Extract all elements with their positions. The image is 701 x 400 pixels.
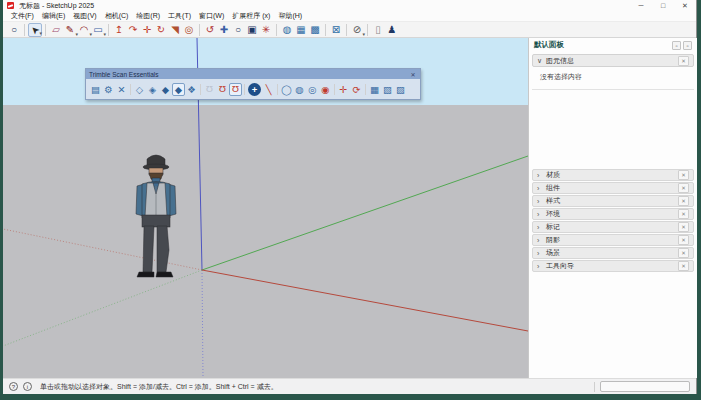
menu-item[interactable]: 相机(C): [101, 11, 133, 21]
zoom-window-tool[interactable]: ▣: [245, 23, 259, 37]
eraser-tool[interactable]: ▱: [49, 23, 63, 37]
no-tool[interactable]: ⊘ ▾: [350, 23, 364, 37]
inspect-auto-icon[interactable]: ◍: [293, 83, 306, 96]
tray-section-row[interactable]: › 标记 ✕: [532, 221, 694, 233]
draw-edge-icon[interactable]: ╲: [262, 83, 275, 96]
select-tool[interactable]: ➤ ▾: [28, 23, 42, 37]
menu-item[interactable]: 窗口(W): [195, 11, 228, 21]
move-tool[interactable]: ✛: [140, 23, 154, 37]
menu-item[interactable]: 绘图(R): [132, 11, 164, 21]
panel-close-button[interactable]: ▫: [683, 41, 692, 50]
tool-glyph: ○: [11, 23, 17, 37]
tray-section-row[interactable]: › 工具向导 ✕: [532, 260, 694, 272]
cloud-move-icon[interactable]: ✛: [337, 83, 350, 96]
scale-figure: [136, 155, 176, 277]
add-point-icon[interactable]: +: [248, 83, 261, 96]
point-cloud-hatch-icon[interactable]: ❖: [185, 83, 198, 96]
minimize-button[interactable]: ─: [630, 0, 652, 11]
report-layers-icon[interactable]: ▨: [394, 83, 407, 96]
toolbar-separator: [199, 24, 200, 36]
inspect-target-icon[interactable]: ◉: [319, 83, 332, 96]
tool-glyph: ❖: [187, 83, 196, 96]
snap-on-icon[interactable]: Ω: [216, 83, 229, 96]
entity-info-close-button[interactable]: ✕: [678, 56, 689, 66]
zoom-extents-tool[interactable]: ✳: [259, 23, 273, 37]
inspect-region-icon[interactable]: ◯: [280, 83, 293, 96]
tray-section-close-button[interactable]: ✕: [678, 248, 689, 258]
scan-cloud-tool[interactable]: ▩: [308, 23, 322, 37]
tray-section-close-button[interactable]: ✕: [678, 261, 689, 271]
orbit-tool[interactable]: ↺: [203, 23, 217, 37]
default-tray-panel: 默认面板 ▫▫ ∨ 图元信息 ✕ 没有选择内容 › 材质 ✕ › 组件 ✕: [528, 38, 697, 378]
scan-essentials-toolbar[interactable]: Trimble Scan Essentials ✕ ▤ ⚙ ✕ ◇ ◈: [85, 68, 421, 100]
tool-glyph: ✎: [66, 23, 74, 37]
scan-locate-tool[interactable]: ◍: [280, 23, 294, 37]
tray-section-close-button[interactable]: ✕: [678, 170, 689, 180]
offset-tool[interactable]: ◎: [182, 23, 196, 37]
arc-tool[interactable]: ◠ ▾: [77, 23, 91, 37]
tray-section-row[interactable]: › 阴影 ✕: [532, 234, 694, 246]
tool-glyph: ▧: [383, 83, 392, 96]
followme-tool[interactable]: ↷: [126, 23, 140, 37]
report-grid-icon[interactable]: ▧: [381, 83, 394, 96]
menu-item[interactable]: 扩展程序 (x): [228, 11, 274, 21]
cloud-rotate-icon[interactable]: ⟳: [350, 83, 363, 96]
toolbar-separator: [24, 24, 25, 36]
tray-section-close-button[interactable]: ✕: [678, 196, 689, 206]
tray-section-close-button[interactable]: ✕: [678, 209, 689, 219]
tray-section-close-button[interactable]: ✕: [678, 222, 689, 232]
help-icon[interactable]: ?: [9, 382, 18, 391]
point-cloud-half-icon[interactable]: ◈: [146, 83, 159, 96]
line-tool[interactable]: ✎ ▾: [63, 23, 77, 37]
tray-section-row[interactable]: › 场景 ✕: [532, 247, 694, 259]
mesh-erase-tool[interactable]: ⊠: [329, 23, 343, 37]
tray-section-row[interactable]: › 环境 ✕: [532, 208, 694, 220]
tray-section-row[interactable]: › 材质 ✕: [532, 169, 694, 181]
maximize-button[interactable]: □: [652, 0, 674, 11]
search-tool[interactable]: ○: [7, 23, 21, 37]
menu-item[interactable]: 工具(T): [164, 11, 195, 21]
panel-pin-button[interactable]: ▫: [672, 41, 681, 50]
snap-off-icon[interactable]: Ω: [203, 83, 216, 96]
tray-section-close-button[interactable]: ✕: [678, 235, 689, 245]
pushpull-tool[interactable]: ↥: [112, 23, 126, 37]
tool-glyph: ◉: [321, 83, 329, 96]
snap-active-icon[interactable]: Ω: [229, 83, 242, 96]
menu-item[interactable]: 帮助(H): [274, 11, 306, 21]
pan-tool[interactable]: ✚: [217, 23, 231, 37]
scan-toolbar-titlebar[interactable]: Trimble Scan Essentials ✕: [86, 69, 420, 79]
entity-info-section[interactable]: ∨ 图元信息 ✕: [532, 54, 694, 67]
point-cloud-filled-icon[interactable]: ◆: [159, 83, 172, 96]
model-viewport[interactable]: Trimble Scan Essentials ✕ ▤ ⚙ ✕ ◇ ◈: [3, 38, 528, 378]
button-glyph: ▫: [675, 43, 677, 49]
menu-item-label: 帮助(H): [278, 12, 302, 19]
inspect-ring-icon[interactable]: ◎: [306, 83, 319, 96]
tray-section-label: 标记: [546, 222, 678, 232]
rotate-tool[interactable]: ↻: [154, 23, 168, 37]
zoom-tool[interactable]: ○: [231, 23, 245, 37]
tool-glyph: ▦: [296, 23, 305, 37]
tray-section-row[interactable]: › 组件 ✕: [532, 182, 694, 194]
point-cloud-density-icon[interactable]: ◆: [172, 83, 185, 96]
sign-in-button[interactable]: ♟: [385, 23, 399, 37]
scan-toolbar-close-icon[interactable]: ✕: [409, 71, 417, 78]
menu-item[interactable]: 文件(F): [7, 11, 38, 21]
point-cloud-empty-icon[interactable]: ◇: [133, 83, 146, 96]
scale-tool[interactable]: ◥: [168, 23, 182, 37]
rectangle-tool[interactable]: ▭ ▾: [91, 23, 105, 37]
new-model-button[interactable]: ▯: [371, 23, 385, 37]
report-panel-icon[interactable]: ▦: [368, 83, 381, 96]
menu-item[interactable]: 视图(V): [69, 11, 100, 21]
title-bar[interactable]: 无标题 - SketchUp 2025 ─□✕: [3, 0, 696, 11]
tray-section-row[interactable]: › 样式 ✕: [532, 195, 694, 207]
settings-gear-icon[interactable]: ⚙: [102, 83, 115, 96]
measurements-input[interactable]: [600, 381, 690, 392]
close-scan-icon[interactable]: ✕: [115, 83, 128, 96]
tray-section-close-button[interactable]: ✕: [678, 183, 689, 193]
tool-glyph: ▩: [310, 23, 319, 37]
menu-item[interactable]: 编辑(E): [38, 11, 69, 21]
open-folder-icon[interactable]: ▤: [89, 83, 102, 96]
close-button[interactable]: ✕: [674, 0, 696, 11]
scan-mesh-tool[interactable]: ▦: [294, 23, 308, 37]
info-icon[interactable]: i: [23, 382, 32, 391]
